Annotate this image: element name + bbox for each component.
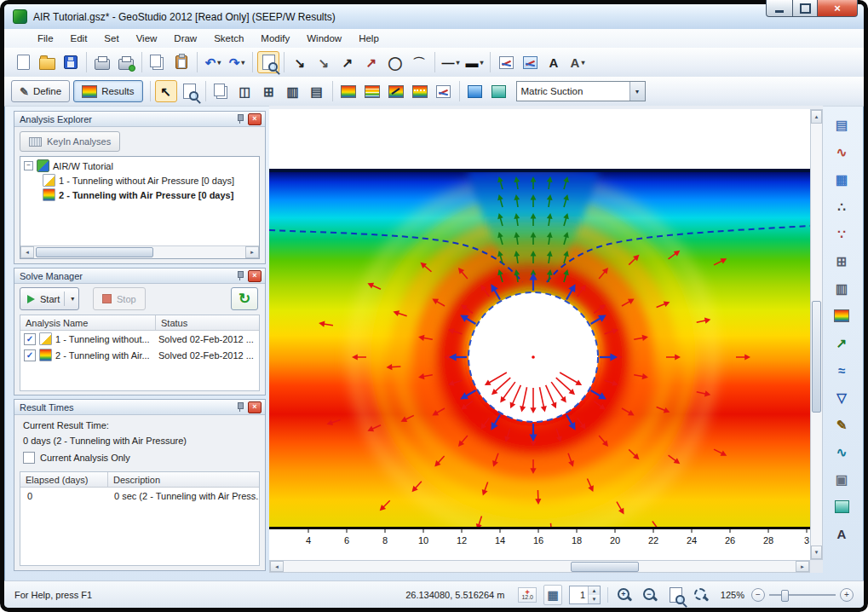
column-analysis-name[interactable]: Analysis Name: [20, 315, 156, 330]
flow-paths-icon[interactable]: [409, 80, 431, 102]
scroll-track[interactable]: [811, 124, 822, 546]
coordinate-display-toggle[interactable]: + 12.0: [518, 587, 537, 603]
gauss-values-icon[interactable]: ∵: [830, 223, 854, 245]
titlebar[interactable]: AIR Tutorial.gsz* - GeoStudio 2012 [Read…: [4, 4, 864, 29]
zoom-objects-button[interactable]: [692, 585, 710, 605]
menu-edit[interactable]: Edit: [63, 31, 95, 46]
zoom-slider[interactable]: − +: [751, 588, 854, 602]
draw-graph-icon[interactable]: ∿: [830, 141, 854, 163]
zoom-window-icon[interactable]: [179, 80, 201, 102]
vectors-icon[interactable]: ↗: [830, 332, 854, 354]
scroll-thumb[interactable]: [36, 247, 153, 257]
pin-icon[interactable]: [235, 401, 244, 413]
circle-tool-icon[interactable]: ◯: [384, 51, 406, 73]
save-icon[interactable]: [60, 51, 82, 73]
column-elapsed[interactable]: Elapsed (days): [20, 472, 108, 487]
table-header[interactable]: Analysis Name Status: [20, 315, 259, 331]
snap-grid-toggle[interactable]: ▦: [543, 585, 562, 605]
line-style-dropdown[interactable]: —▾: [440, 51, 462, 73]
mesh-icon[interactable]: ⊞: [830, 251, 854, 272]
close-panel-icon[interactable]: ×: [248, 270, 262, 282]
pin-icon[interactable]: [235, 113, 244, 124]
new-icon[interactable]: [12, 51, 34, 73]
minimize-button[interactable]: [766, 0, 793, 17]
flow-path-icon[interactable]: ∿: [830, 442, 854, 463]
copy-icon[interactable]: [147, 51, 169, 73]
zoom-in-button[interactable]: +: [615, 585, 634, 605]
menu-help[interactable]: Help: [351, 31, 387, 46]
arc-tool-icon[interactable]: ⌒: [408, 51, 430, 73]
air-results-icon[interactable]: [830, 496, 854, 517]
menu-sketch[interactable]: Sketch: [206, 31, 251, 46]
zoom-slider-thumb[interactable]: [781, 590, 789, 602]
current-analysis-only-checkbox[interactable]: [23, 452, 35, 464]
modify-node-arrow-icon[interactable]: ↗: [360, 51, 382, 73]
print-options-icon[interactable]: [115, 51, 137, 73]
contour-parameter-dropdown[interactable]: Matric Suction ▾: [516, 81, 646, 101]
copy-picture-icon[interactable]: [210, 80, 233, 102]
water-flux-icon[interactable]: [464, 80, 486, 102]
menu-file[interactable]: File: [30, 31, 61, 46]
keyin-analyses-button[interactable]: KeyIn Analyses: [20, 131, 120, 152]
close-button[interactable]: ×: [817, 0, 858, 17]
menu-window[interactable]: Window: [299, 31, 349, 46]
scroll-thumb[interactable]: [812, 301, 821, 413]
tile-windows-icon[interactable]: ◫: [234, 80, 256, 102]
open-icon[interactable]: [36, 51, 58, 73]
scroll-track[interactable]: [34, 246, 245, 258]
zoom-slider-minus[interactable]: −: [751, 588, 765, 602]
print-icon[interactable]: [91, 51, 113, 73]
result-view[interactable]: 468101214161820222426283: [269, 109, 810, 560]
scroll-thumb[interactable]: [571, 562, 639, 572]
collapse-icon[interactable]: −: [24, 161, 33, 170]
column-status[interactable]: Status: [156, 315, 259, 330]
scroll-left-icon[interactable]: ◄: [270, 561, 284, 572]
zoom-slider-track[interactable]: [769, 589, 836, 601]
canvas-horizontal-scrollbar[interactable]: ◄ ►: [269, 560, 810, 573]
zoom-page-button[interactable]: [666, 585, 685, 605]
grid-icon[interactable]: ▥: [830, 278, 854, 299]
contour-labels-icon[interactable]: [361, 80, 383, 102]
draw-node-arrow-icon[interactable]: ↘: [313, 51, 335, 73]
results-button[interactable]: Results: [73, 80, 142, 102]
menu-modify[interactable]: Modify: [253, 31, 297, 46]
scroll-track[interactable]: [284, 561, 796, 572]
analysis-explorer-header[interactable]: Analysis Explorer ×: [14, 112, 265, 127]
text-icon[interactable]: A: [830, 523, 854, 545]
chevron-down-icon[interactable]: ▾: [71, 295, 74, 303]
draw-vectors-icon[interactable]: [385, 80, 407, 102]
canvas-vertical-scrollbar[interactable]: ▲ ▼: [810, 109, 823, 560]
contours-icon[interactable]: [830, 305, 854, 326]
line-width-dropdown[interactable]: ▬▾: [463, 51, 486, 73]
animation-icon[interactable]: ▤: [306, 80, 328, 102]
zoom-out-button[interactable]: −: [641, 585, 659, 605]
spinner-up-icon[interactable]: ▲: [589, 586, 600, 595]
close-panel-icon[interactable]: ×: [248, 113, 262, 125]
zoom-sheet-icon[interactable]: [257, 51, 279, 73]
select-tool-icon[interactable]: ↖: [155, 80, 177, 102]
refresh-button[interactable]: ↻: [231, 287, 258, 310]
table-header[interactable]: Elapsed (days) Description: [20, 472, 259, 488]
draw-graph-icon[interactable]: [433, 80, 455, 102]
node-values-icon[interactable]: ∴: [830, 196, 854, 217]
menu-view[interactable]: View: [129, 31, 165, 46]
water-table-icon[interactable]: ▽: [830, 387, 854, 408]
table-row[interactable]: 0 0 sec (2 - Tunneling with Air Press...: [20, 488, 259, 504]
pin-icon[interactable]: [235, 270, 244, 281]
tree-item-analysis-1[interactable]: 1 - Tunneling without Air Pressure [0 da…: [20, 173, 259, 188]
menu-set[interactable]: Set: [96, 31, 126, 46]
graph-icon[interactable]: [495, 51, 517, 73]
paste-icon[interactable]: [170, 51, 193, 73]
tree-item-analysis-2[interactable]: 2 - Tunneling with Air Pressure [0 days]: [20, 188, 259, 202]
result-times-header[interactable]: Result Times ×: [14, 400, 265, 415]
contour-plot[interactable]: 468101214161820222426283: [269, 109, 810, 560]
text-cursor-icon[interactable]: A: [543, 51, 565, 73]
font-icon[interactable]: A▾: [566, 51, 589, 73]
spinner-down-icon[interactable]: ▼: [589, 595, 600, 603]
analysis2-checkbox[interactable]: ✓: [24, 349, 36, 361]
modify-arrow-icon[interactable]: ↗: [336, 51, 359, 73]
split-window-icon[interactable]: ▥: [282, 80, 304, 102]
define-button[interactable]: ✎ Define: [11, 80, 70, 102]
graph-select-icon[interactable]: [519, 51, 541, 73]
scroll-left-icon[interactable]: ◄: [20, 246, 34, 258]
